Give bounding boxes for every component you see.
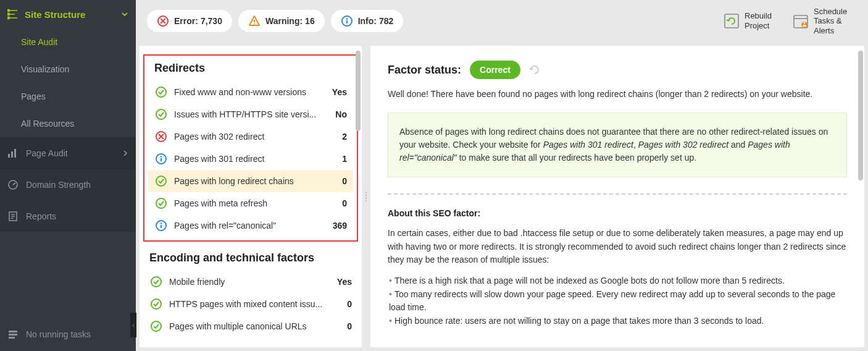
factor-label: Pages with long redirect chains (174, 176, 337, 186)
sidebar-item-label: Pages (21, 91, 46, 101)
sidebar-header-site-structure[interactable]: Site Structure (0, 0, 136, 28)
redirects-highlight-box: Redirects Fixed www and non-www versions… (143, 54, 358, 242)
factor-value: Yes (337, 277, 352, 287)
svg-point-46 (151, 321, 161, 331)
svg-rect-26 (725, 14, 738, 28)
schedule-tasks-button[interactable]: Schedule Tasks & Alerts (793, 7, 857, 36)
factor-label: Mobile friendly (169, 277, 332, 287)
sidebar-section-label: Page Audit (26, 148, 68, 158)
pill-error-value: 7,730 (201, 16, 222, 26)
factor-label: Pages with multiple canonical URLs (169, 321, 342, 331)
sidebar-section-label: Domain Strength (26, 180, 91, 190)
sidebar-section-label: Reports (26, 211, 56, 221)
svg-point-22 (254, 23, 255, 25)
sidebar-section-page-audit[interactable]: Page Audit (0, 137, 136, 169)
welldone-text: Well done! There have been found no page… (388, 89, 847, 99)
sidebar-section-reports[interactable]: Reports (0, 200, 136, 232)
svg-rect-4 (7, 14, 9, 15)
main-area: Redirects Fixed www and non-www versions… (136, 42, 868, 351)
factor-row[interactable]: Pages with long redirect chains0 (148, 170, 353, 192)
note-text-mid1: , (633, 140, 638, 150)
about-body: In certain cases, either due to bad .hta… (388, 227, 847, 328)
ok-icon (154, 108, 168, 121)
chevron-right-icon (122, 150, 128, 156)
section-title-redirects: Redirects (148, 59, 353, 81)
factor-label: Pages with 302 redirect (174, 132, 337, 142)
note-em-1: Pages with 301 redirect (543, 140, 633, 150)
pill-warning[interactable]: Warning: 16 (238, 10, 325, 32)
factor-row[interactable]: Fixed www and non-www versionsYes (148, 81, 353, 103)
factor-row[interactable]: Pages with rel="canonical"369 (148, 214, 353, 237)
rebuild-project-button[interactable]: Rebuild Project (724, 11, 782, 30)
sidebar-header-label: Site Structure (25, 9, 85, 20)
topbar: Error: 7,730 Warning: 16 Info: 782 Rebui… (136, 0, 868, 42)
svg-line-10 (13, 183, 15, 185)
info-icon (154, 153, 168, 165)
factor-row[interactable]: Pages with multiple canonical URLs0 (143, 315, 358, 337)
sidebar-item-visualization[interactable]: Visualization (0, 56, 136, 83)
status-badge: Correct (470, 61, 520, 79)
factor-list-panel: Redirects Fixed www and non-www versions… (140, 46, 362, 347)
warning-icon (248, 15, 261, 27)
refresh-icon[interactable] (529, 64, 540, 75)
svg-rect-17 (9, 337, 15, 339)
svg-rect-3 (7, 10, 9, 12)
ok-icon (149, 320, 163, 332)
pill-info-label: Info: (358, 16, 377, 26)
pill-error[interactable]: Error: 7,730 (147, 10, 232, 32)
factor-value: 0 (342, 198, 347, 208)
list-scrollbar[interactable] (356, 51, 361, 131)
about-bullet: High bounce rate: users are not willing … (388, 315, 847, 328)
sidebar-item-all-resources[interactable]: All Resources (0, 110, 136, 137)
ok-icon (154, 86, 168, 98)
svg-rect-8 (14, 149, 16, 158)
about-bullet: Too many redirects will slow down your p… (388, 288, 847, 315)
calendar-icon (793, 13, 809, 29)
chevron-left-icon: ‹ (132, 322, 134, 329)
error-icon (154, 130, 168, 143)
svg-rect-15 (9, 331, 17, 332)
pill-warning-label: Warning: (265, 16, 303, 26)
svg-point-39 (156, 176, 166, 186)
note-em-2: Pages with 302 redirect (638, 140, 728, 150)
factor-row[interactable]: Pages with 302 redirect2 (148, 125, 353, 148)
factor-label: Issues with HTTP/HTTPS site versi... (174, 109, 330, 119)
ok-icon (154, 197, 168, 209)
factor-label: Pages with 301 redirect (174, 154, 337, 164)
sidebar-item-site-audit[interactable]: Site Audit (0, 28, 136, 56)
ok-icon (149, 298, 163, 310)
svg-rect-16 (9, 334, 17, 336)
svg-point-32 (156, 109, 166, 119)
factor-value: 369 (333, 221, 347, 230)
factor-row[interactable]: Issues with HTTP/HTTPS site versi...No (148, 103, 353, 125)
factor-row[interactable]: Mobile friendlyYes (143, 271, 358, 293)
svg-point-45 (151, 299, 161, 309)
section-title-encoding: Encoding and technical factors (140, 249, 362, 271)
sidebar-running-tasks[interactable]: No running tasks (0, 318, 136, 351)
factor-value: 1 (342, 154, 347, 164)
pill-info[interactable]: Info: 782 (331, 10, 404, 32)
factor-value: 0 (342, 176, 347, 186)
sidebar-item-label: Visualization (21, 64, 69, 74)
document-icon (7, 211, 19, 222)
panel-divider[interactable]: ⋮⋮ (362, 42, 370, 351)
svg-point-24 (346, 18, 347, 19)
sidebar-section-domain-strength[interactable]: Domain Strength (0, 169, 136, 200)
tasks-icon (7, 329, 19, 340)
factor-row[interactable]: HTTPS pages with mixed content issu...0 (143, 293, 358, 315)
factor-value: Yes (332, 87, 347, 97)
sidebar-running-label: No running tasks (26, 329, 91, 339)
svg-point-40 (156, 198, 166, 208)
ok-icon (154, 175, 168, 187)
factor-label: Pages with meta refresh (174, 198, 337, 208)
factor-row[interactable]: Pages with 301 redirect1 (148, 148, 353, 170)
bar-chart-icon (7, 148, 19, 159)
detail-scrollbar[interactable] (858, 51, 863, 180)
svg-point-31 (156, 87, 166, 97)
factor-status-label: Factor status: (388, 64, 461, 77)
sidebar-item-label: All Resources (21, 119, 74, 129)
factor-row[interactable]: Pages with meta refresh0 (148, 192, 353, 214)
sidebar-item-pages[interactable]: Pages (0, 83, 136, 110)
about-bullet: There is a high risk that a page will no… (388, 274, 847, 288)
rebuild-project-label: Rebuild Project (745, 11, 782, 30)
